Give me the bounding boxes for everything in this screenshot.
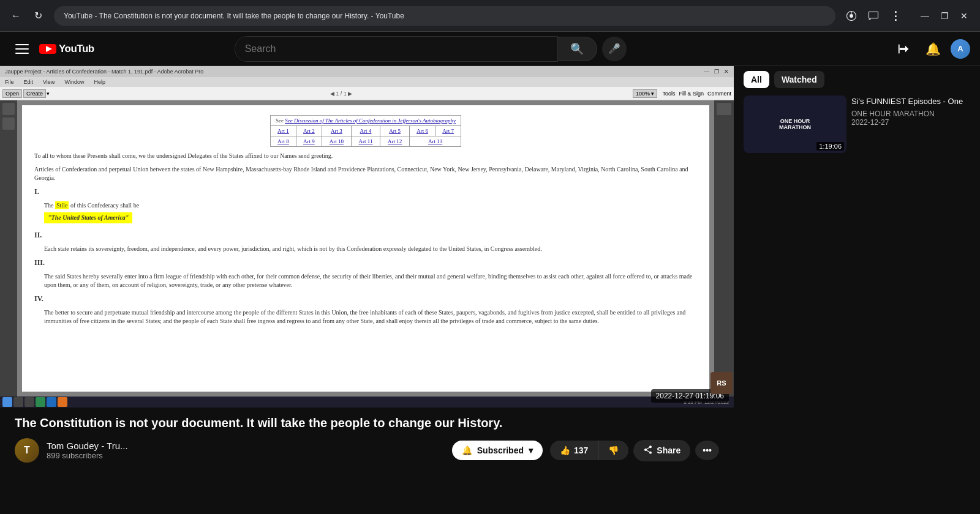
video-section: Jauppe Project - Articles of Confederati… bbox=[0, 66, 734, 514]
channel-subscribers: 899 subscribers bbox=[47, 451, 445, 460]
back-button[interactable]: ← bbox=[7, 7, 24, 24]
svg-rect-6 bbox=[15, 53, 29, 54]
right-panel-thumb[interactable] bbox=[717, 103, 731, 115]
minimize-button[interactable]: — bbox=[916, 7, 933, 24]
thumbnails-panel-btn[interactable] bbox=[2, 103, 15, 115]
art6-link[interactable]: Art 6 bbox=[417, 128, 428, 134]
acrobat-menu-bar: File Edit View Window Help bbox=[0, 77, 734, 87]
art7-link[interactable]: Art 7 bbox=[442, 128, 454, 134]
youtube-header: YouTube 🔍 🎤 🔔 A bbox=[0, 32, 980, 66]
pdf-section-II-block: Each state retains its sovereignty, free… bbox=[34, 245, 697, 253]
taskbar-start[interactable] bbox=[2, 397, 12, 407]
share-button[interactable]: Share bbox=[633, 440, 690, 461]
recommended-video-item[interactable]: ONE HOURMARATHON 1:19:06 Si's FUNNIEST E… bbox=[734, 93, 980, 155]
browser-chrome: ← ↻ YouTube - The Constitution is not yo… bbox=[0, 0, 980, 32]
taskbar-edge[interactable] bbox=[36, 397, 45, 407]
taskbar-task-view[interactable] bbox=[24, 397, 34, 407]
close-button[interactable]: ✕ bbox=[956, 7, 973, 24]
pdf-section-IV-num: IV. bbox=[34, 294, 697, 304]
menu-button[interactable] bbox=[10, 37, 34, 61]
pdf-nav-table: See See Discussion of The Articles of Co… bbox=[270, 115, 461, 147]
autobiography-link[interactable]: See Discussion of The Articles of Confed… bbox=[285, 117, 456, 124]
search-input[interactable] bbox=[235, 37, 557, 61]
pdf-section-III-num: III. bbox=[34, 258, 697, 267]
filter-watched-button[interactable]: Watched bbox=[774, 71, 824, 88]
art11-link[interactable]: Art 11 bbox=[359, 138, 373, 144]
usa-highlight: "The United States of America" bbox=[44, 212, 132, 223]
art13-link[interactable]: Art 13 bbox=[428, 138, 442, 144]
thumbs-up-icon: 👍 bbox=[560, 445, 570, 455]
menu-view[interactable]: View bbox=[40, 79, 57, 85]
taskbar-explorer[interactable] bbox=[47, 397, 56, 407]
youtube-logo-icon: YouTube bbox=[39, 43, 94, 55]
action-buttons: 👍 137 👎 Share ••• bbox=[550, 440, 719, 461]
search-icon: 🔍 bbox=[570, 42, 584, 56]
svg-rect-3 bbox=[869, 12, 878, 18]
pdf-section-II-num: II. bbox=[34, 231, 697, 240]
create-btn[interactable]: Create bbox=[23, 89, 46, 98]
right-sidebar: All Watched ONE HOURMARATHON 1:19:06 Si'… bbox=[734, 66, 980, 514]
art5-link[interactable]: Art 5 bbox=[389, 128, 401, 134]
art10-link[interactable]: Art 10 bbox=[330, 138, 344, 144]
art8-link[interactable]: Art 8 bbox=[277, 138, 289, 144]
svg-rect-10 bbox=[899, 44, 900, 53]
rec-video-thumbnail: ONE HOURMARATHON 1:19:06 bbox=[744, 95, 846, 153]
pdf-intro-block: To all to whom these Presents shall come… bbox=[34, 152, 697, 160]
subscribe-button[interactable]: 🔔 Subscribed ▾ bbox=[452, 441, 543, 460]
art3-link[interactable]: Art 3 bbox=[331, 128, 342, 134]
rec-video-date: 2022-12-27 bbox=[851, 118, 970, 127]
pdf-left-panel bbox=[0, 100, 17, 397]
art4-link[interactable]: Art 4 bbox=[360, 128, 372, 134]
notifications-button[interactable]: 🔔 bbox=[921, 37, 946, 61]
browser-extensions-button[interactable] bbox=[843, 7, 860, 24]
more-icon: ••• bbox=[703, 445, 712, 455]
youtube-logo[interactable]: YouTube bbox=[39, 43, 94, 55]
menu-file[interactable]: File bbox=[2, 79, 17, 85]
art2-link[interactable]: Art 2 bbox=[303, 128, 315, 134]
address-bar[interactable]: YouTube - The Constitution is not your d… bbox=[54, 6, 835, 26]
video-title: The Constitution is not your document. I… bbox=[15, 415, 719, 431]
bookmarks-panel-btn[interactable] bbox=[2, 117, 15, 130]
dislike-button[interactable]: 👎 bbox=[598, 441, 628, 460]
pdf-intro-text: To all to whom these Presents shall come… bbox=[34, 152, 333, 159]
art1-link[interactable]: Art 1 bbox=[277, 128, 289, 134]
menu-window[interactable]: Window bbox=[62, 79, 86, 85]
browser-menu-button[interactable]: ⋮ bbox=[887, 7, 904, 24]
thumbs-down-icon: 👎 bbox=[608, 445, 619, 455]
browser-nav-icons: ← ↻ bbox=[7, 7, 47, 24]
window-controls: — ❐ ✕ bbox=[916, 7, 973, 24]
main-content: Jauppe Project - Articles of Confederati… bbox=[0, 66, 980, 514]
art12-link[interactable]: Art 12 bbox=[388, 138, 402, 144]
voice-search-button[interactable]: 🎤 bbox=[602, 37, 627, 61]
art9-link[interactable]: Art 9 bbox=[303, 138, 315, 144]
filter-all-button[interactable]: All bbox=[744, 71, 769, 88]
browser-cast-button[interactable] bbox=[865, 7, 882, 24]
taskbar-store[interactable] bbox=[58, 397, 67, 407]
svg-rect-4 bbox=[15, 44, 29, 45]
search-button[interactable]: 🔍 bbox=[558, 37, 597, 61]
menu-help[interactable]: Help bbox=[91, 79, 108, 85]
more-actions-button[interactable]: ••• bbox=[695, 441, 719, 460]
pdf-section-III-block: The said States hereby severally enter i… bbox=[34, 272, 697, 289]
acrobat-title-bar: Jauppe Project - Articles of Confederati… bbox=[0, 66, 734, 77]
open-btn[interactable]: Open bbox=[2, 89, 22, 98]
video-player[interactable]: Jauppe Project - Articles of Confederati… bbox=[0, 66, 734, 408]
menu-edit[interactable]: Edit bbox=[21, 79, 36, 85]
create-video-button[interactable] bbox=[892, 37, 916, 61]
page-indicator: ◀ 1 / 1 ▶ bbox=[330, 91, 353, 97]
notification-icon: 🔔 bbox=[925, 42, 941, 56]
reload-button[interactable]: ↻ bbox=[29, 7, 47, 24]
svg-point-1 bbox=[850, 14, 853, 18]
channel-thumbnail[interactable]: T bbox=[15, 438, 39, 463]
channel-info: Tom Goudey - Tru... 899 subscribers bbox=[47, 441, 445, 460]
like-button[interactable]: 👍 137 bbox=[550, 441, 598, 460]
rec-thumb-text: ONE HOURMARATHON bbox=[777, 116, 813, 133]
pdf-section-I-num: I. bbox=[34, 187, 697, 196]
channel-name[interactable]: Tom Goudey - Tru... bbox=[47, 441, 445, 451]
maximize-button[interactable]: ❐ bbox=[936, 7, 953, 24]
user-avatar[interactable]: A bbox=[951, 39, 970, 59]
taskbar-search[interactable] bbox=[13, 397, 23, 407]
chevron-down-icon: ▾ bbox=[529, 445, 533, 455]
header-right-actions: 🔔 A bbox=[892, 37, 970, 61]
pdf-section-IV-block: The better to secure and perpetuate mutu… bbox=[34, 308, 697, 326]
